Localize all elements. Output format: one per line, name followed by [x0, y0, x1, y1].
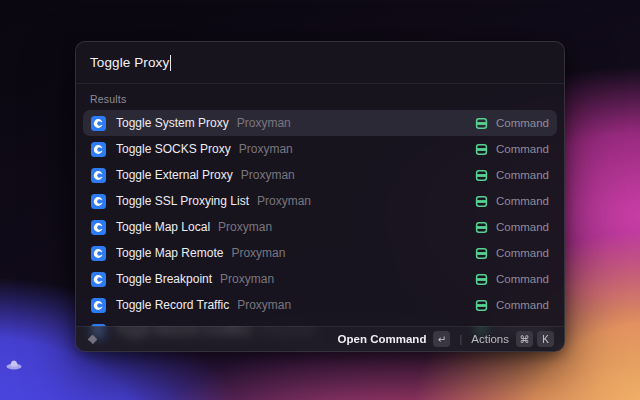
result-subtitle: Proxyman: [241, 168, 295, 182]
proxyman-app-icon: [91, 168, 106, 183]
command-type-icon: [474, 142, 489, 157]
result-type-label: Command: [496, 143, 549, 155]
result-subtitle: Proxyman: [220, 272, 274, 286]
search-bar[interactable]: Toggle Proxy: [76, 42, 564, 84]
result-title: Toggle SOCKS Proxy: [116, 142, 231, 156]
proxyman-app-icon: [91, 194, 106, 209]
result-type-label: Command: [496, 221, 549, 233]
text-caret: [170, 55, 171, 71]
raycast-launcher-window: Toggle Proxy Results Toggle System Proxy…: [75, 41, 565, 352]
proxyman-app-icon: [91, 272, 106, 287]
command-type-icon: [474, 194, 489, 209]
result-type-label: Command: [496, 273, 549, 285]
proxyman-app-icon: [91, 298, 106, 313]
result-subtitle: Proxyman: [237, 298, 291, 312]
result-row[interactable]: Toggle SOCKS Proxy Proxyman Command: [83, 136, 557, 162]
result-row[interactable]: Toggle System Proxy Proxyman Command: [83, 110, 557, 136]
command-type-icon: [474, 168, 489, 183]
result-row[interactable]: Toggle Map Remote Proxyman Command: [83, 240, 557, 266]
proxyman-app-icon: [91, 246, 106, 261]
result-row[interactable]: Toggle SSL Proxying List Proxyman Comman…: [83, 188, 557, 214]
proxyman-app-icon: [91, 142, 106, 157]
raycast-logo-icon: [86, 333, 99, 346]
result-subtitle: Proxyman: [231, 246, 285, 260]
result-title: Toggle Map Local: [116, 220, 210, 234]
command-type-icon: [474, 220, 489, 235]
result-row[interactable]: Toggle External Proxy Proxyman Command: [83, 162, 557, 188]
result-type-label: Command: [496, 117, 549, 129]
result-row[interactable]: Toggle Breakpoint Proxyman Command: [83, 266, 557, 292]
result-title: Toggle SSL Proxying List: [116, 194, 249, 208]
result-subtitle: Proxyman: [257, 194, 311, 208]
search-input[interactable]: Toggle Proxy: [90, 55, 169, 70]
wallpaper-hat-icon: [6, 357, 22, 371]
result-type-label: Command: [496, 299, 549, 311]
command-type-icon: [474, 116, 489, 131]
result-title: Toggle Map Remote: [116, 246, 223, 260]
results-list: Toggle System Proxy Proxyman Command Tog…: [76, 110, 564, 344]
result-subtitle: Proxyman: [218, 220, 272, 234]
proxyman-app-icon: [91, 220, 106, 235]
result-title: Toggle Record Traffic: [116, 298, 229, 312]
results-section-label: Results: [76, 84, 564, 110]
result-title: Toggle Breakpoint: [116, 272, 212, 286]
result-type-label: Command: [496, 195, 549, 207]
footer-bar: Open Command ↵ | Actions ⌘ K: [76, 326, 564, 351]
result-type-label: Command: [496, 247, 549, 259]
result-subtitle: Proxyman: [239, 142, 293, 156]
actions-button[interactable]: Actions: [471, 333, 509, 345]
result-subtitle: Proxyman: [237, 116, 291, 130]
command-type-icon: [474, 272, 489, 287]
result-type-label: Command: [496, 169, 549, 181]
footer-divider: |: [459, 333, 462, 345]
command-type-icon: [474, 246, 489, 261]
primary-action-button[interactable]: Open Command: [338, 333, 427, 345]
command-key-badge: ⌘: [516, 331, 533, 347]
result-row[interactable]: Toggle Map Local Proxyman Command: [83, 214, 557, 240]
proxyman-app-icon: [91, 116, 106, 131]
result-title: Toggle External Proxy: [116, 168, 233, 182]
command-type-icon: [474, 298, 489, 313]
result-row[interactable]: Toggle Record Traffic Proxyman Command: [83, 292, 557, 318]
result-title: Toggle System Proxy: [116, 116, 229, 130]
k-key-badge: K: [537, 331, 554, 347]
return-key-badge: ↵: [433, 331, 450, 347]
